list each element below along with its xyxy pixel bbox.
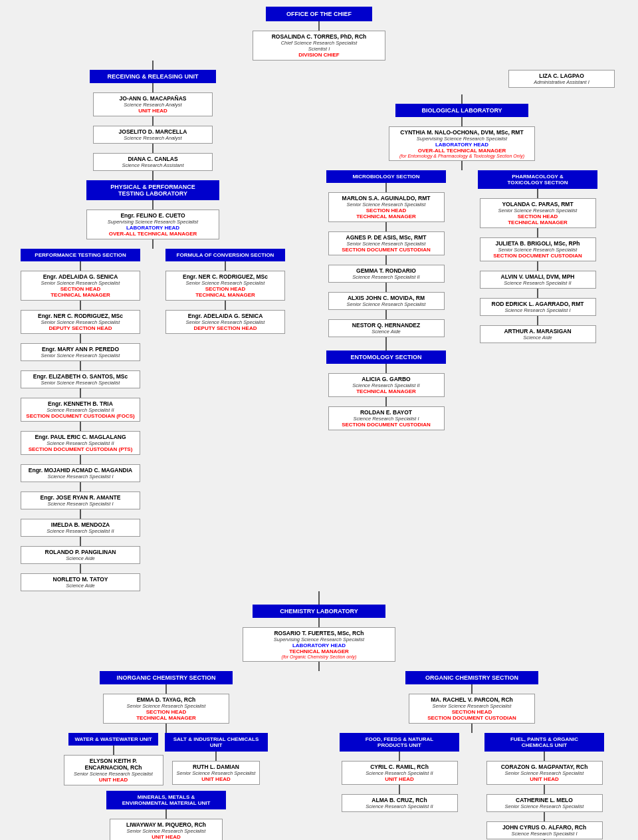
connector [385,337,387,350]
fuel-p3: JOHN CYRUS O. ALFARO, RCh Science Resear… [486,821,603,839]
salt-box: SALT & INDUSTRIAL CHEMICALS UNIT [165,733,268,752]
pts-staff-9: NORLETO M. TATOY Science Aide [21,573,140,591]
office-chief-label: OFFICE OF THE CHIEF [286,11,352,17]
connector [537,261,538,271]
admin-box: LIZA C. LAGPAO Administrative Assistant … [508,70,615,88]
connector [225,261,226,271]
connector [544,812,545,821]
connector [537,289,538,298]
ento-head: ALICIA G. GARBO Science Research Special… [328,373,445,397]
micro-p2: AGNES P. DE ASIS, MSc, RMT Senior Scienc… [328,231,445,255]
water-head: ELYSON KEITH P. ENCARNACION, RCh Senior … [64,755,163,785]
connector [152,116,154,126]
connector [318,618,320,627]
receiving-p2: JOSELITO D. MARCELLA Science Research An… [93,126,213,144]
connector [215,752,217,761]
connector [165,684,167,694]
pts-head: Engr. ADELAIDA G. SENICA Senior Science … [21,271,140,301]
pts-staff-7: IMELDA B. MENDOZA Science Research Speci… [21,519,140,537]
fuel-p2: CATHERINE L. MELO Senior Science Researc… [486,794,603,812]
connector [537,189,538,198]
connector [152,83,154,92]
connector [537,228,538,237]
connector [80,537,81,546]
pts-staff-5: Engr. MOJAHID ACMAD C. MAGANDIA Science … [21,464,140,482]
connector [318,21,320,31]
water-box: WATER & WASTEWATER UNIT [68,733,158,746]
connector [318,662,320,671]
pptl-head: Engr. FELINO E. CUETO Supervising Scienc… [86,210,219,239]
connector [80,361,81,370]
connector [544,785,545,794]
connector [385,310,387,319]
office-chief-box: OFFICE OF THE CHIEF [266,7,372,21]
micro-head: MARLON S.A. AGUINALDO, RMT Senior Scienc… [328,192,445,222]
pts-staff-1: Engr. MARY ANN P. PEREDO Senior Science … [21,343,140,361]
pts-dep: Engr. NER C. RODRIGUEZ, MSc Senior Scien… [21,310,140,334]
chemlab-box: CHEMISTRY LABORATORY [253,605,385,618]
connector [80,301,81,310]
connector [537,316,538,325]
biolab-box: BIOLOGICAL LABORATORY [395,104,528,117]
connector [461,161,463,170]
chief-name: ROSALINDA C. TORRES, PhD, RCh [257,33,381,40]
micro-p5: NESTOR Q. HERNANDEZ Science Aide [328,319,445,337]
food-head: CYRIL C. RAMIL, RCh Science Research Spe… [342,761,458,785]
fuel-box: FUEL, PAINTS & ORGANIC CHEMICALS UNIT [484,733,604,752]
micro-p3: GEMMA T. RONDARIO Science Research Speci… [328,265,445,283]
chief-box: ROSALINDA C. TORRES, PhD, RCh Chief Scie… [253,31,385,61]
connector [385,255,387,265]
pts-staff-6: Engr. JOSE RYAN R. AMANTE Science Resear… [21,491,140,509]
pts-staff-3: Engr. KENNETH B. TRIA Science Research S… [21,398,140,422]
food-p2: ALMA B. CRUZ, RCh Science Research Speci… [342,794,458,812]
chief-role: DIVISION CHIEF [257,52,381,58]
pharm-p4: ROD EDRICK L. AGARRADO, RMT Science Rese… [480,298,596,316]
pharm-head: YOLANDA C. PARAS, RMT Senior Science Res… [480,198,596,228]
connector [399,785,400,794]
inorganic-head: EMMA D. TAYAG, RCh Senior Science Resear… [103,694,229,724]
connector [80,564,81,573]
connector [80,334,81,343]
connector [80,261,81,271]
biolab-head: CYNTHIA M. NALO-OCHONA, DVM, MSc, RMT Su… [389,126,535,161]
focs-dep: Engr. ADELAIDA G. SENICA Senior Science … [165,310,285,334]
connector [385,283,387,292]
micro-box: MICROBIOLOGY SECTION [326,170,446,183]
connector [471,684,473,694]
pptl-box: PHYSICAL & PERFORMANCE TESTING LABORATOR… [86,180,219,200]
connector [152,200,154,210]
connector [385,364,387,373]
connector [80,422,81,431]
pts-staff-2: Engr. ELIZABETH O. SANTOS, MSc Senior Sc… [21,370,140,388]
chief-title2: Scientist I [257,46,381,52]
receiving-box: RECEIVING & RELEASING UNIT [90,70,216,83]
pharm-box: PHARMACOLOGY & TOXICOLOGY SECTION [478,170,597,189]
fuel-head: CORAZON G. MAGPANTAY, RCh Senior Science… [486,761,603,785]
salt-head: RUTH L. DAMIAN Senior Science Research S… [172,761,261,785]
connector [385,222,387,231]
focs-head: Engr. NER C. RODRIGUEZ, MSc Senior Scien… [165,271,285,301]
connector [80,482,81,491]
connector [225,301,226,310]
receiving-p3: DIANA C. CANLAS Science Research Assista… [93,153,213,171]
connector [152,61,154,70]
minerals-head: LIWAYWAY M. PIQUERO, RCh Senior Science … [110,819,223,840]
connector [461,117,463,126]
pharm-p3: ALVIN V. UMALI, DVM, MPH Science Researc… [480,271,596,289]
connector [471,724,473,733]
pharm-p5: ARTHUR A. MARASIGAN Science Aide [480,325,596,343]
connector [318,591,320,605]
connector [152,239,154,249]
connector [399,752,400,761]
connector [80,509,81,519]
pharm-p2: JULIETA B. BRIGOLI, MSc, RPh Senior Scie… [480,237,596,261]
connector [461,94,463,104]
organic-box: ORGANIC CHEMISTRY SECTION [405,671,538,684]
chief-title1: Chief Science Research Specialist [257,40,381,46]
inorganic-box: INORGANIC CHEMISTRY SECTION [100,671,233,684]
ento-box: ENTOMOLOGY SECTION [326,350,446,364]
focs-box: FORMULA OF CONVERSION SECTION [165,249,285,261]
receiving-label: RECEIVING & RELEASING UNIT [107,73,198,80]
connector [152,144,154,153]
micro-p4: ALXIS JOHN C. MOVIDA, RM Senior Science … [328,292,445,310]
